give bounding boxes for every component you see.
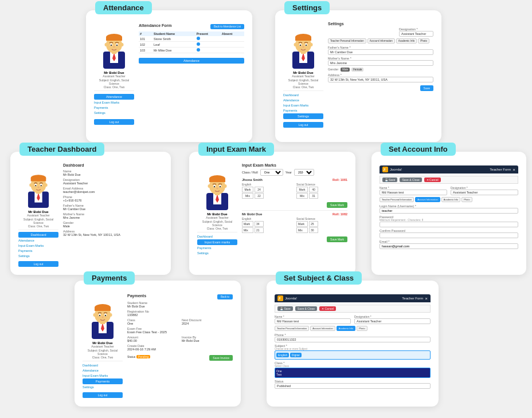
save-btn-acct[interactable]: 💾 Save — [382, 178, 397, 182]
tab-academic[interactable]: Academic Info — [396, 38, 417, 44]
class-multiselect[interactable]: One Two — [275, 368, 431, 378]
nav-exam-e[interactable]: Input Exam marks — [197, 239, 237, 245]
svg-point-67 — [99, 315, 100, 316]
save-close-subj-btn[interactable]: Save & Close — [295, 306, 317, 311]
close-icon[interactable]: × — [513, 167, 515, 172]
tab-personal-a[interactable]: Teacher Personal Information — [380, 197, 414, 202]
save-attendance-btn[interactable]: Attendance — [139, 58, 244, 64]
svg-point-55 — [224, 184, 227, 188]
year-select[interactable]: 2024 — [294, 169, 314, 176]
nav-db-e[interactable]: Dashboard — [197, 234, 237, 239]
back-payments-btn[interactable]: Back to — [217, 294, 233, 299]
nav-exam-p[interactable]: Input Exam Marks — [83, 373, 123, 378]
tab-photo-s[interactable]: Photo — [357, 326, 367, 331]
teacher-avatar-dashboard — [22, 165, 55, 209]
subject-val: English, Social Science — [109, 78, 129, 85]
password-input[interactable] — [380, 222, 518, 227]
save-mark-2-btn[interactable]: Save Mark — [327, 236, 347, 242]
subject-tag-digital: Digital — [290, 353, 302, 357]
tab-academic-s[interactable]: Academic Info — [337, 326, 355, 331]
dashboard-section: Dashboard — [63, 163, 163, 167]
nav-dashboard-s[interactable]: Dashboard — [283, 93, 323, 97]
teacher-role-d: Assistant Teacher — [27, 214, 49, 217]
nav-settings[interactable]: Settings — [94, 111, 134, 115]
svg-rect-64 — [95, 307, 111, 311]
cancel-btn[interactable]: ✕ Cancel — [424, 178, 441, 182]
teacher-avatar — [97, 24, 131, 70]
female-btn[interactable]: Female — [351, 68, 363, 72]
nav-attendance[interactable]: Attendance — [94, 94, 134, 100]
male-btn[interactable]: Male — [341, 68, 350, 72]
nav-set-e[interactable]: Settings — [197, 251, 237, 255]
account-card: Set Account Info J! Joomla! Teacher Form… — [371, 152, 526, 275]
subject-multiselect[interactable]: English Digital — [275, 350, 431, 360]
exam-filter-row: Class / Roll One Year 2024 — [242, 169, 347, 176]
nav-set-d[interactable]: Settings — [18, 254, 58, 258]
nav-att-d[interactable]: Attendance — [18, 238, 58, 243]
tab-photo[interactable]: Photo — [418, 38, 429, 44]
tab-personal[interactable]: Teacher Personal Information — [328, 38, 366, 44]
password-field: Password Minimum Requirement - Character… — [380, 215, 518, 227]
nav-attendance-s[interactable]: Attendance — [283, 98, 323, 102]
subject-card: Set Subject & Class J! Joomla! Teacher F… — [267, 281, 439, 407]
svg-point-54 — [208, 184, 211, 188]
save-close-btn[interactable]: Save & Close — [400, 178, 421, 182]
email-input[interactable] — [380, 243, 518, 249]
p-invoice: Invoice By Mr Bobi Due — [182, 336, 233, 342]
logout-p-btn[interactable]: Log out — [83, 392, 123, 398]
tab-account[interactable]: Account Information — [367, 38, 395, 44]
svg-point-10 — [116, 45, 118, 46]
student2-marks: English Mark 34 Mix 21 Social Science Ma… — [242, 217, 347, 233]
nav-db-d[interactable]: Dashboard — [18, 232, 58, 238]
subject-toolbar: 💾 Save Save & Close ✕ Cancel — [275, 305, 431, 313]
subject-info: Subject: English, Social Science — [94, 78, 134, 85]
nav-pay-p[interactable]: Payments — [83, 378, 123, 384]
tab-academic-a[interactable]: Academic Info — [441, 197, 460, 202]
exam-card: Input Exam Mark Mr — [189, 152, 355, 275]
confirm-input[interactable] — [380, 232, 518, 238]
nav-att-p[interactable]: Attendance — [83, 368, 123, 373]
tab-account-a[interactable]: Account Information — [415, 197, 440, 202]
nav-pay-s[interactable]: Payments — [283, 108, 323, 113]
save-invoice-btn[interactable]: Save Invoice — [209, 355, 233, 361]
gender-row: Gender Male Female — [328, 68, 433, 72]
nav-pay-d[interactable]: Payments — [18, 249, 58, 253]
student2-header: Mr Bobi Due Roll: 1082 — [242, 212, 347, 216]
logout-button[interactable]: Log out — [94, 119, 134, 125]
svg-point-52 — [220, 186, 221, 187]
save-subj-btn[interactable]: 💾 Save — [277, 306, 293, 311]
logout-settings-btn[interactable]: Log out — [283, 122, 323, 128]
nav-settings-s[interactable]: Settings — [283, 113, 323, 119]
class-select[interactable]: One — [260, 169, 283, 176]
tab-photo-a[interactable]: Photo — [461, 197, 472, 202]
exam-title: Input Exam Mark — [198, 143, 274, 156]
status-field-s: Status Published — [275, 380, 431, 389]
save-settings-btn[interactable]: Save — [420, 85, 433, 91]
exam-form-title: Input Exam Marks — [242, 163, 347, 167]
tab-account-s[interactable]: Account Information — [310, 326, 335, 331]
save-mark-1-btn[interactable]: Save Mark — [327, 202, 347, 208]
svg-point-12 — [105, 43, 108, 46]
attendance-title: Attendance — [95, 1, 152, 14]
nav-payments[interactable]: Payments — [94, 105, 134, 110]
nav-exam-d[interactable]: Input Exam Marks — [18, 243, 58, 248]
nav-db-p[interactable]: Dashboard — [83, 363, 123, 368]
cancel-subj-btn[interactable]: ✕ Cancel — [319, 306, 336, 311]
d-desig: Designation Assistant Teacher — [63, 178, 163, 185]
payments-form-title: Payments — [127, 294, 146, 298]
nav-exam-s[interactable]: Input Exam Marks — [283, 103, 323, 108]
close-icon-s[interactable]: × — [425, 296, 428, 301]
nav-set-p[interactable]: Settings — [83, 385, 123, 389]
nav-input-exam[interactable]: Input Exam Marks — [94, 100, 134, 105]
d-mother: Mother's Name Mrs Jarome — [63, 212, 163, 219]
svg-point-13 — [121, 43, 124, 46]
logout-d-btn[interactable]: Log out — [18, 261, 58, 267]
phone-field-s: Phone * 01930011322 — [275, 333, 431, 342]
svg-text:J!: J! — [278, 297, 281, 300]
nav-pay-e[interactable]: Payments — [197, 246, 237, 250]
back-btn[interactable]: Back to Attendance List — [210, 24, 244, 29]
teacher-role-left: Assistant Teacher — [103, 74, 125, 78]
tab-personal-s[interactable]: Teacher Personal Information — [275, 326, 309, 331]
login-input[interactable] — [380, 208, 518, 214]
svg-point-37 — [35, 185, 36, 186]
